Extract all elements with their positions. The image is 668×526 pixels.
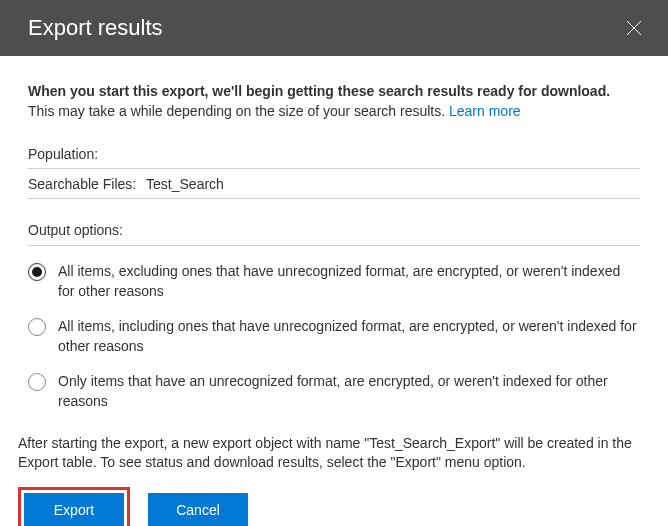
radio-option-all-including[interactable]: All items, including ones that have unre… [28, 317, 640, 356]
radio-icon [28, 373, 46, 391]
dialog-header: Export results [0, 0, 668, 56]
population-row-value: Test_Search [146, 176, 224, 192]
intro-suffix: This may take a while depending on the s… [28, 103, 449, 119]
dialog-body: When you start this export, we'll begin … [0, 56, 668, 412]
output-options-group: All items, excluding ones that have unre… [28, 262, 640, 412]
button-row: Export Cancel [0, 487, 668, 526]
population-row: Searchable Files: Test_Search [28, 175, 640, 200]
intro-prefix: When you start this export, we'll begin … [28, 83, 610, 99]
output-options-section-label: Output options: [28, 221, 640, 246]
population-section-label: Population: [28, 145, 640, 169]
export-button-highlight: Export [18, 487, 130, 526]
intro-text: When you start this export, we'll begin … [28, 82, 640, 121]
export-button[interactable]: Export [24, 493, 124, 526]
population-row-label: Searchable Files: [28, 176, 136, 192]
radio-icon [28, 318, 46, 336]
close-icon[interactable] [622, 16, 646, 40]
radio-label: All items, excluding ones that have unre… [58, 262, 640, 301]
dialog-title: Export results [28, 15, 163, 41]
learn-more-link[interactable]: Learn more [449, 103, 521, 119]
radio-icon [28, 263, 46, 281]
radio-option-only-unrecognized[interactable]: Only items that have an unrecognized for… [28, 372, 640, 411]
cancel-button[interactable]: Cancel [148, 493, 248, 526]
radio-label: All items, including ones that have unre… [58, 317, 640, 356]
footer-text: After starting the export, a new export … [0, 434, 668, 473]
radio-option-all-excluding[interactable]: All items, excluding ones that have unre… [28, 262, 640, 301]
radio-label: Only items that have an unrecognized for… [58, 372, 640, 411]
